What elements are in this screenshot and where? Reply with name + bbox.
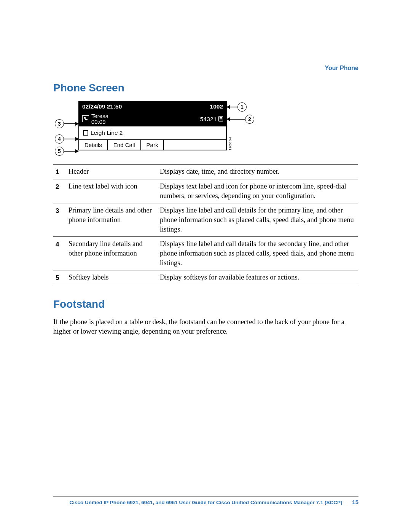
- phone-screen-figure: 3 4 5 02/24/09 21:50 1002: [55, 101, 358, 156]
- table-row: 2 Line text label with icon Displays tex…: [53, 179, 358, 203]
- phone-screen-illustration: 02/24/09 21:50 1002 Teresa 00:09 54321: [78, 101, 227, 150]
- arrow-left-icon: [227, 107, 237, 107]
- callout-number: 5: [55, 147, 64, 156]
- header-datetime: 02/24/09 21:50: [82, 103, 122, 110]
- figure-id-label: 192004: [228, 137, 232, 150]
- callout-number: 3: [55, 119, 64, 128]
- legend-number: 4: [53, 236, 66, 270]
- legend-name: Primary line details and other phone inf…: [66, 203, 158, 236]
- callout-2: 2: [227, 115, 254, 124]
- legend-number: 3: [53, 203, 66, 236]
- extension-number: 54321: [200, 116, 217, 122]
- arrow-right-icon: [64, 123, 78, 124]
- secondary-line-label: Leigh Line 2: [91, 129, 123, 136]
- secondary-line-row: Leigh Line 2: [79, 126, 226, 139]
- callout-3: 3: [55, 119, 78, 128]
- legend-desc: Displays date, time, and directory numbe…: [158, 165, 358, 179]
- handset-icon: [82, 115, 89, 122]
- primary-line-name: Teresa: [91, 113, 108, 119]
- line-status-icon: [83, 130, 88, 136]
- softkey-end-call: End Call: [108, 140, 141, 150]
- legend-desc: Displays line label and call details for…: [158, 203, 358, 236]
- section-title-phone-screen: Phone Screen: [53, 82, 358, 94]
- callout-number: 2: [245, 115, 254, 124]
- arrow-right-icon: [64, 151, 78, 152]
- legend-desc: Displays text label and icon for phone o…: [158, 179, 358, 203]
- section-title-footstand: Footstand: [53, 298, 358, 310]
- callout-number: 4: [55, 134, 64, 144]
- legend-number: 1: [53, 165, 66, 179]
- callout-number: 1: [237, 102, 247, 112]
- breadcrumb: Your Phone: [325, 65, 358, 72]
- footstand-paragraph: If the phone is placed on a table or des…: [53, 317, 358, 336]
- legend-desc: Displays line label and call details for…: [158, 236, 358, 270]
- line-extension-label: 54321: [200, 116, 223, 122]
- legend-table: 1 Header Displays date, time, and direct…: [53, 164, 358, 285]
- table-row: 3 Primary line details and other phone i…: [53, 203, 358, 236]
- primary-line-timer: 00:09: [91, 119, 108, 125]
- legend-name: Header: [66, 165, 158, 179]
- document-page: Your Phone Phone Screen 3 4 5 02/24/09 2…: [0, 0, 411, 532]
- table-row: 5 Softkey labels Display softkeys for av…: [53, 270, 358, 285]
- arrow-left-icon: [227, 119, 245, 120]
- callout-5: 5: [55, 147, 78, 156]
- page-footer: Cisco Unified IP Phone 6921, 6941, and 6…: [53, 496, 358, 505]
- legend-name: Secondary line details and other phone i…: [66, 236, 158, 270]
- legend-number: 5: [53, 270, 66, 285]
- legend-number: 2: [53, 179, 66, 203]
- legend-name: Softkey labels: [66, 270, 158, 285]
- directory-icon: [218, 116, 223, 121]
- arrow-right-icon: [64, 139, 78, 139]
- table-row: 1 Header Displays date, time, and direct…: [53, 165, 358, 179]
- callout-4: 4: [55, 134, 78, 144]
- softkey-park: Park: [141, 140, 164, 150]
- softkey-details: Details: [79, 140, 108, 150]
- softkey-row: Details End Call Park: [79, 139, 226, 150]
- table-row: 4 Secondary line details and other phone…: [53, 236, 358, 270]
- legend-name: Line text label with icon: [66, 179, 158, 203]
- primary-line-row: Teresa 00:09 54321: [79, 112, 226, 126]
- header-directory-number: 1002: [210, 103, 223, 110]
- footer-doc-title: Cisco Unified IP Phone 6921, 6941, and 6…: [68, 500, 343, 505]
- callout-1: 1: [227, 102, 254, 112]
- legend-desc: Display softkeys for available features …: [158, 270, 358, 285]
- footer-page-number: 15: [343, 499, 358, 505]
- phone-header-row: 02/24/09 21:50 1002: [79, 102, 226, 112]
